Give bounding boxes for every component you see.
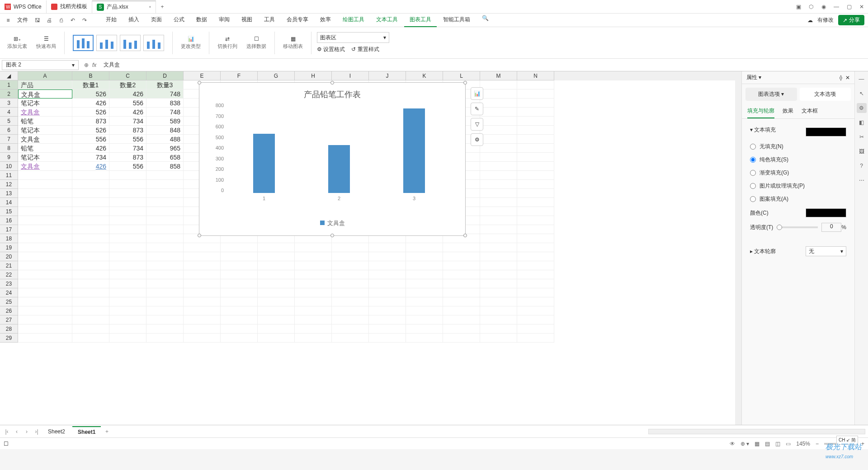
cell[interactable]	[295, 243, 332, 252]
cell[interactable]	[295, 270, 332, 279]
cell[interactable]	[109, 297, 146, 306]
cell[interactable]	[406, 261, 443, 270]
cell[interactable]	[443, 261, 480, 270]
cell[interactable]	[72, 171, 109, 180]
chart-bar[interactable]	[328, 145, 350, 193]
col-header[interactable]: H	[295, 71, 332, 80]
cell[interactable]	[72, 252, 109, 261]
cell[interactable]	[517, 189, 554, 198]
textbox-tab[interactable]: 文本框	[802, 104, 818, 118]
app-tab[interactable]: W WPS Office	[0, 0, 47, 13]
col-header[interactable]: C	[109, 71, 146, 80]
image-icon[interactable]: 🖼	[857, 146, 867, 156]
cell[interactable]	[443, 297, 480, 306]
cell[interactable]	[72, 288, 109, 297]
col-header[interactable]: F	[221, 71, 258, 80]
cloud-icon[interactable]: ☁	[807, 17, 813, 24]
cell[interactable]	[109, 306, 146, 315]
cell[interactable]: 734	[109, 117, 146, 126]
cell[interactable]	[480, 171, 517, 180]
sheet-tab-2[interactable]: Sheet2	[42, 427, 71, 437]
row-header[interactable]: 17	[0, 225, 18, 234]
cell[interactable]	[109, 171, 146, 180]
row-header[interactable]: 10	[0, 162, 18, 171]
cell[interactable]	[109, 180, 146, 189]
cell[interactable]	[146, 324, 184, 334]
cell[interactable]	[18, 243, 72, 252]
cell[interactable]	[184, 306, 221, 315]
cell[interactable]	[443, 306, 480, 315]
tab-tools[interactable]: 工具	[259, 13, 280, 27]
cell[interactable]	[480, 288, 517, 297]
col-header[interactable]: N	[517, 71, 554, 80]
cell[interactable]	[517, 288, 554, 297]
cell[interactable]	[258, 334, 295, 343]
preview-icon[interactable]: ⎙	[56, 15, 66, 25]
cell[interactable]: 数量2	[109, 80, 146, 89]
cell[interactable]: 748	[146, 89, 184, 99]
fx-label[interactable]: fx	[92, 62, 96, 68]
cell[interactable]	[221, 288, 258, 297]
cell[interactable]	[72, 270, 109, 279]
tab-insert[interactable]: 插入	[123, 13, 145, 27]
cell[interactable]	[443, 315, 480, 324]
cell[interactable]	[18, 171, 72, 180]
tab-smart-tools[interactable]: 智能工具箱	[438, 13, 476, 27]
row-header[interactable]: 5	[0, 117, 18, 126]
cell[interactable]	[406, 243, 443, 252]
row-header[interactable]: 1	[0, 80, 18, 89]
sheet-nav-next[interactable]: ›	[23, 428, 31, 435]
row-header[interactable]: 26	[0, 306, 18, 315]
cell[interactable]	[332, 306, 369, 315]
cell[interactable]	[406, 252, 443, 261]
cell[interactable]	[146, 243, 184, 252]
collapse-panel-icon[interactable]: —	[857, 74, 867, 84]
cell[interactable]	[109, 243, 146, 252]
cell[interactable]	[480, 99, 517, 108]
cell[interactable]: 铅笔	[18, 117, 72, 126]
cell[interactable]	[109, 270, 146, 279]
row-header[interactable]: 28	[0, 324, 18, 334]
cell[interactable]	[146, 234, 184, 243]
cell[interactable]: 笔记本	[18, 153, 72, 162]
cell[interactable]	[517, 252, 554, 261]
tab-draw-tools[interactable]: 绘图工具	[337, 13, 370, 27]
cell[interactable]	[369, 315, 406, 324]
undo-icon[interactable]: ↶	[68, 15, 78, 25]
cell[interactable]: 526	[72, 89, 109, 99]
cell[interactable]	[480, 225, 517, 234]
cell[interactable]	[18, 288, 72, 297]
cell[interactable]	[517, 153, 554, 162]
select-data-button[interactable]: ☐ 选择数据	[244, 36, 269, 50]
cell[interactable]	[221, 261, 258, 270]
cell[interactable]: 铅笔	[18, 144, 72, 153]
cell[interactable]	[184, 315, 221, 324]
share-button[interactable]: ↗ 分享	[838, 15, 864, 25]
cell[interactable]	[109, 216, 146, 225]
cell[interactable]	[146, 279, 184, 288]
zoom-out-button[interactable]: −	[816, 441, 819, 447]
cell[interactable]: 556	[109, 99, 146, 108]
cell[interactable]	[72, 279, 109, 288]
new-tab-button[interactable]: +	[156, 0, 169, 13]
cell[interactable]	[480, 108, 517, 117]
cell[interactable]	[221, 252, 258, 261]
cell[interactable]	[72, 216, 109, 225]
tab-review[interactable]: 审阅	[213, 13, 235, 27]
cell[interactable]	[18, 252, 72, 261]
cell[interactable]	[480, 252, 517, 261]
page-view-icon[interactable]: ◫	[775, 441, 780, 447]
cell[interactable]	[480, 117, 517, 126]
cell[interactable]	[480, 216, 517, 225]
cell[interactable]	[480, 89, 517, 99]
fill-pattern-radio[interactable]: 图案填充(A)	[748, 193, 848, 206]
minimize-button[interactable]: —	[830, 0, 843, 13]
row-header[interactable]: 7	[0, 135, 18, 144]
select-all-corner[interactable]: ◢	[0, 71, 18, 80]
cell[interactable]	[258, 315, 295, 324]
move-chart-button[interactable]: ▦ 移动图表	[280, 36, 306, 50]
clip-icon[interactable]: ✂	[857, 132, 867, 142]
cell[interactable]: 文具盒	[18, 162, 72, 171]
cell[interactable]	[332, 270, 369, 279]
cell[interactable]	[480, 315, 517, 324]
